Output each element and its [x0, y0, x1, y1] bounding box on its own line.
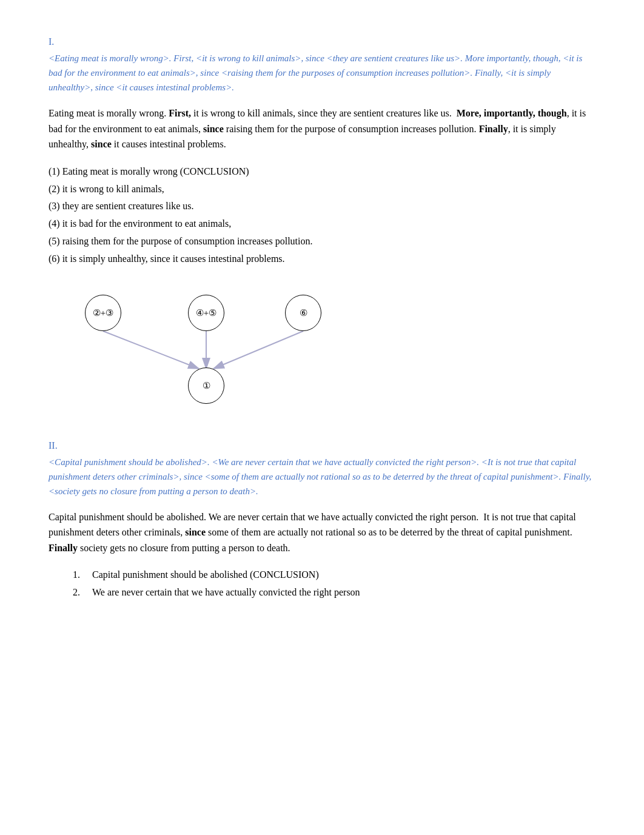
section-1-italic: <Eating meat is morally wrong>. First, <… — [49, 51, 595, 95]
list-item: (3) they are sentient creatures like us. — [49, 198, 595, 215]
list-item: (6) it is simply unhealthy, since it cau… — [49, 250, 595, 268]
list-item: 2. We are never certain that we have act… — [73, 584, 595, 602]
svg-line-1 — [103, 331, 199, 369]
node-1: ① — [188, 367, 224, 404]
node-4-5: ④+⑤ — [188, 295, 224, 331]
list-item: (4) it is bad for the environment to eat… — [49, 215, 595, 233]
list-item: (5) raising them for the purpose of cons… — [49, 233, 595, 250]
section-2-ordered-list: 1. Capital punishment should be abolishe… — [73, 566, 595, 602]
list-item: (2) it is wrong to kill animals, — [49, 181, 595, 198]
list-item: (1) Eating meat is morally wrong (CONCLU… — [49, 163, 595, 181]
section-1-paragraph: Eating meat is morally wrong. First, it … — [49, 106, 595, 152]
list-item: 1. Capital punishment should be abolishe… — [73, 566, 595, 584]
section-1-label: I. — [49, 36, 595, 47]
section-1: I. <Eating meat is morally wrong>. First… — [49, 36, 595, 404]
argument-diagram-1: ②+③ ④+⑤ ⑥ ① — [49, 283, 352, 404]
node-2-3: ②+③ — [85, 295, 121, 331]
section-2-italic: <Capital punishment should be abolished>… — [49, 455, 595, 498]
section-2-label: II. — [49, 440, 595, 451]
section-1-numbered-list: (1) Eating meat is morally wrong (CONCLU… — [49, 163, 595, 268]
section-2: II. <Capital punishment should be abolis… — [49, 440, 595, 602]
section-2-paragraph: Capital punishment should be abolished. … — [49, 509, 595, 556]
node-6: ⑥ — [285, 295, 321, 331]
svg-line-3 — [213, 331, 303, 369]
